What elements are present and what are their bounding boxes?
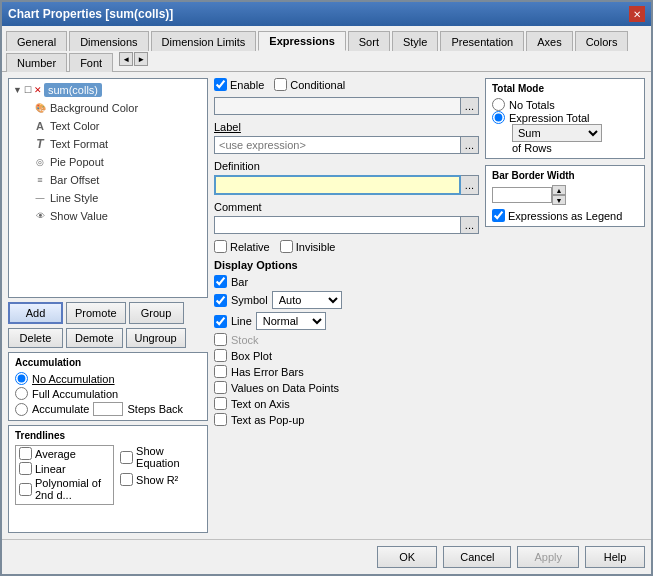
bar-row: Bar: [214, 275, 479, 288]
group-button[interactable]: Group: [129, 302, 184, 324]
tree-child-pie-popout[interactable]: ◎ Pie Popout: [31, 153, 205, 171]
bar-border-input[interactable]: 0 pt: [492, 187, 552, 203]
display-grid: Bar Symbol Auto Circle Line: [214, 275, 479, 426]
enable-row: Enable Conditional: [214, 78, 479, 91]
tab-number[interactable]: Number: [6, 53, 67, 72]
conditional-ellipsis[interactable]: ...: [461, 97, 479, 115]
trend-poly2[interactable]: Polynomial of 2nd d...: [16, 476, 113, 502]
expressions-legend-cb[interactable]: [492, 209, 505, 222]
line-cb[interactable]: [214, 315, 227, 328]
text-color-icon: A: [33, 119, 47, 133]
symbol-select[interactable]: Auto Circle: [272, 291, 342, 309]
trend-linear[interactable]: Linear: [16, 461, 113, 476]
sum-select[interactable]: Sum: [512, 124, 602, 142]
ok-button[interactable]: OK: [377, 546, 437, 568]
trend-linear-cb[interactable]: [19, 462, 32, 475]
bar-border-down[interactable]: ▼: [552, 195, 566, 205]
trendlines-title: Trendlines: [15, 430, 201, 441]
line-select[interactable]: Normal Thin: [256, 312, 326, 330]
show-equation-cb[interactable]: [120, 451, 133, 464]
ungroup-button[interactable]: Ungroup: [126, 328, 186, 348]
of-rows-row: of Rows: [492, 142, 638, 154]
tab-prev[interactable]: ◄: [119, 52, 133, 66]
no-totals-radio[interactable]: [492, 98, 505, 111]
expression-tree[interactable]: ▼ ☐ ✕ sum(colls) 🎨 Background Color A Te…: [8, 78, 208, 298]
trend-list[interactable]: Average Linear Polynomial of 2nd d...: [15, 445, 114, 505]
symbol-cb[interactable]: [214, 294, 227, 307]
tree-child-bar-offset[interactable]: ≡ Bar Offset: [31, 171, 205, 189]
tab-dimensions[interactable]: Dimensions: [69, 31, 148, 51]
close-button[interactable]: ✕: [629, 6, 645, 22]
help-button[interactable]: Help: [585, 546, 645, 568]
tree-children: 🎨 Background Color A Text Color T Text F…: [31, 99, 205, 225]
definition-ellipsis[interactable]: ...: [461, 175, 479, 195]
tab-general[interactable]: General: [6, 31, 67, 51]
show-r2-row: Show R²: [120, 473, 201, 486]
tab-expressions[interactable]: Expressions: [258, 31, 345, 51]
definition-input[interactable]: sum(colls): [214, 175, 461, 195]
tab-colors[interactable]: Colors: [575, 31, 629, 51]
stock-cb[interactable]: [214, 333, 227, 346]
expression-total-row: Expression Total: [492, 111, 638, 124]
tree-child-text-format[interactable]: T Text Format: [31, 135, 205, 153]
comment-input[interactable]: [214, 216, 461, 234]
trend-poly2-cb[interactable]: [19, 483, 32, 496]
no-accumulation-radio[interactable]: [15, 372, 28, 385]
text-on-axis-row: Text on Axis: [214, 397, 479, 410]
label-input-row: ...: [214, 136, 479, 154]
cancel-button[interactable]: Cancel: [443, 546, 511, 568]
tab-style[interactable]: Style: [392, 31, 438, 51]
accumulate-radio[interactable]: [15, 403, 28, 416]
bar-cb[interactable]: [214, 275, 227, 288]
demote-button[interactable]: Demote: [66, 328, 123, 348]
values-on-data-cb[interactable]: [214, 381, 227, 394]
tree-child-line-style[interactable]: — Line Style: [31, 189, 205, 207]
invisible-cb[interactable]: [280, 240, 293, 253]
error-bars-cb[interactable]: [214, 365, 227, 378]
box-plot-cb[interactable]: [214, 349, 227, 362]
label-field-label: Label: [214, 121, 479, 133]
label-ellipsis[interactable]: ...: [461, 136, 479, 154]
bar-border-up[interactable]: ▲: [552, 185, 566, 195]
trend-average-cb[interactable]: [19, 447, 32, 460]
apply-button[interactable]: Apply: [517, 546, 579, 568]
relative-cb[interactable]: [214, 240, 227, 253]
tab-presentation[interactable]: Presentation: [440, 31, 524, 51]
conditional-cb[interactable]: [274, 78, 287, 91]
definition-label: Definition: [214, 160, 479, 172]
no-accumulation-label: No Accumulation: [32, 373, 115, 385]
trend-average[interactable]: Average: [16, 446, 113, 461]
steps-input[interactable]: 10: [93, 402, 123, 416]
add-button[interactable]: Add: [8, 302, 63, 324]
expression-total-label: Expression Total: [509, 112, 590, 124]
tree-root-label[interactable]: sum(colls): [44, 83, 102, 97]
text-as-popup-cb[interactable]: [214, 413, 227, 426]
full-accumulation-label: Full Accumulation: [32, 388, 118, 400]
show-r2-label: Show R²: [136, 474, 178, 486]
label-input[interactable]: [214, 136, 461, 154]
expression-total-radio[interactable]: [492, 111, 505, 124]
box-plot-label: Box Plot: [231, 350, 272, 362]
comment-ellipsis[interactable]: ...: [461, 216, 479, 234]
full-accumulation-radio[interactable]: [15, 387, 28, 400]
delete-button[interactable]: Delete: [8, 328, 63, 348]
tree-child-text-color[interactable]: A Text Color: [31, 117, 205, 135]
conditional-input[interactable]: [214, 97, 461, 115]
tree-child-bg-color[interactable]: 🎨 Background Color: [31, 99, 205, 117]
promote-button[interactable]: Promote: [66, 302, 126, 324]
invisible-label: Invisible: [280, 240, 336, 253]
tree-child-show-value[interactable]: 👁 Show Value: [31, 207, 205, 225]
show-r2-cb[interactable]: [120, 473, 133, 486]
text-on-axis-cb[interactable]: [214, 397, 227, 410]
enable-cb[interactable]: [214, 78, 227, 91]
tab-font[interactable]: Font: [69, 53, 113, 72]
bar-border-title: Bar Border Width: [492, 170, 638, 181]
tab-axes[interactable]: Axes: [526, 31, 572, 51]
uncheck-icon: ☐: [24, 85, 32, 95]
tab-sort[interactable]: Sort: [348, 31, 390, 51]
total-mode-box: Total Mode No Totals Expression Total Su…: [485, 78, 645, 159]
tab-dimension-limits[interactable]: Dimension Limits: [151, 31, 257, 51]
title-bar: Chart Properties [sum(colls)] ✕: [2, 2, 651, 26]
bar-border-spinners: ▲ ▼: [552, 185, 566, 205]
tab-next[interactable]: ►: [134, 52, 148, 66]
